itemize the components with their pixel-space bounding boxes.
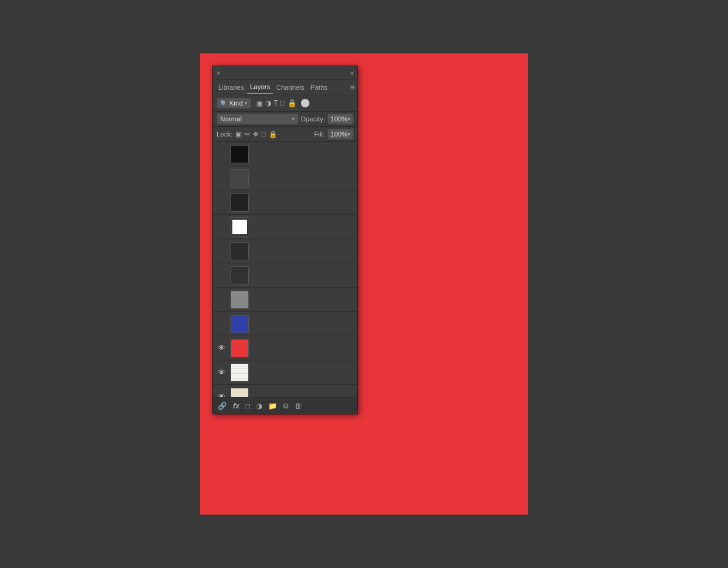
layer-thumbnail — [231, 388, 249, 397]
layer-row[interactable]: 👁 — [213, 360, 357, 385]
layers-list[interactable]: 👁 👁 👁 👁 — [213, 142, 357, 397]
tab-paths[interactable]: Paths — [308, 81, 331, 93]
blend-mode-value: Normal — [220, 115, 241, 123]
opacity-value-control[interactable]: 100% ▾ — [328, 113, 354, 124]
layer-row[interactable]: 👁 — [213, 142, 357, 166]
delete-layer-icon[interactable]: 🗑 — [295, 402, 302, 410]
panel-menu-icon[interactable]: ≡ — [350, 83, 355, 92]
layer-thumbnail — [231, 145, 249, 163]
filter-adjustment-icon[interactable]: ◑ — [265, 99, 271, 107]
layer-thumbnail — [231, 291, 249, 309]
layer-visibility-icon[interactable]: 👁 — [215, 245, 228, 257]
kind-chevron-icon: ▾ — [244, 100, 248, 106]
layer-row[interactable]: 👁 — [213, 385, 357, 397]
panel-titlebar: × » — [213, 66, 357, 79]
tab-libraries[interactable]: Libraries — [215, 81, 247, 93]
search-icon: 🔍 — [220, 100, 228, 107]
link-layers-icon[interactable]: 🔗 — [218, 402, 227, 410]
layer-row[interactable]: 👁 — [213, 288, 357, 312]
opacity-value: 100% — [331, 115, 348, 123]
lock-move-icon[interactable]: ✥ — [253, 130, 258, 138]
kind-label: Kind — [229, 100, 243, 107]
collapse-button[interactable]: » — [350, 69, 354, 76]
filter-toggle[interactable] — [301, 99, 309, 107]
tab-layers[interactable]: Layers — [247, 81, 273, 94]
blend-mode-dropdown[interactable]: Normal ▾ — [217, 113, 298, 124]
close-button[interactable]: × — [217, 69, 220, 76]
layer-row[interactable]: 👁 — [213, 336, 357, 360]
filter-row: 🔍 Kind ▾ ▣ ◑ T □ 🔒 — [213, 95, 357, 112]
opacity-label: Opacity: — [301, 115, 325, 123]
new-adjustment-icon[interactable]: □ — [246, 402, 250, 410]
layer-thumbnail — [231, 363, 249, 382]
fill-value: 100% — [331, 130, 348, 138]
layer-visibility-icon[interactable]: 👁 — [215, 318, 228, 330]
layer-row[interactable]: 👁 — [213, 312, 357, 336]
tab-channels[interactable]: Channels — [273, 81, 307, 93]
layer-visibility-icon[interactable]: 👁 — [215, 221, 228, 233]
lock-pixels-icon[interactable]: ▣ — [235, 130, 241, 138]
filter-shape-icon[interactable]: □ — [280, 99, 285, 107]
layer-thumbnail — [231, 315, 249, 333]
bottom-toolbar: 🔗 fx □ ◑ 📁 ⧉ 🗑 — [213, 397, 357, 414]
fill-label: Fill: — [314, 130, 325, 138]
panel-tabs: Libraries Layers Channels Paths ≡ — [213, 79, 357, 95]
layer-visibility-icon[interactable]: 👁 — [215, 294, 228, 306]
layer-thumbnail — [231, 242, 249, 260]
layer-row[interactable]: 👁 — [213, 166, 357, 191]
layer-visibility-icon[interactable]: 👁 — [215, 391, 228, 397]
lock-artboard-icon[interactable]: □ — [261, 130, 266, 138]
filter-pixel-icon[interactable]: ▣ — [256, 99, 263, 107]
filter-type-icon[interactable]: T — [274, 99, 278, 107]
lock-label: Lock: — [217, 130, 232, 138]
layer-thumbnail — [231, 218, 249, 236]
fill-value-control[interactable]: 100% ▾ — [328, 129, 354, 140]
layer-thumbnail — [231, 194, 249, 212]
layer-visibility-icon[interactable]: 👁 — [215, 148, 228, 160]
lock-brush-icon[interactable]: ✏ — [244, 130, 250, 138]
kind-dropdown[interactable]: 🔍 Kind ▾ — [217, 98, 251, 109]
opacity-chevron-icon: ▾ — [348, 116, 351, 122]
canvas-area: × » Libraries Layers Channels Paths ≡ 🔍 … — [200, 53, 528, 515]
layer-thumbnail — [231, 339, 249, 357]
new-group-icon[interactable]: 📁 — [268, 402, 277, 410]
fx-button[interactable]: fx — [233, 402, 240, 410]
layer-visibility-icon[interactable]: 👁 — [215, 172, 228, 184]
layer-row[interactable]: 👁 — [213, 263, 357, 288]
filter-smart-icon[interactable]: 🔒 — [288, 99, 297, 107]
layer-thumbnail — [231, 266, 249, 285]
blend-opacity-row: Normal ▾ Opacity: 100% ▾ — [213, 112, 357, 127]
blend-chevron-icon: ▾ — [292, 116, 295, 122]
add-mask-icon[interactable]: ◑ — [256, 402, 262, 410]
lock-row: Lock: ▣ ✏ ✥ □ 🔒 Fill: 100% ▾ — [213, 127, 357, 142]
layer-row[interactable]: 👁 — [213, 239, 357, 263]
app-background: × » Libraries Layers Channels Paths ≡ 🔍 … — [0, 0, 728, 568]
layer-row[interactable]: 👁 — [213, 215, 357, 239]
layer-visibility-icon[interactable]: 👁 — [215, 197, 228, 209]
new-layer-icon[interactable]: ⧉ — [283, 402, 289, 410]
layer-visibility-icon[interactable]: 👁 — [215, 342, 228, 354]
layer-thumbnail — [231, 169, 249, 188]
layer-visibility-icon[interactable]: 👁 — [215, 269, 228, 282]
layer-visibility-icon[interactable]: 👁 — [215, 367, 228, 379]
layers-panel: × » Libraries Layers Channels Paths ≡ 🔍 … — [212, 66, 358, 414]
layer-row[interactable]: 👁 — [213, 191, 357, 215]
lock-all-icon[interactable]: 🔒 — [269, 130, 277, 138]
fill-chevron-icon: ▾ — [348, 131, 351, 137]
